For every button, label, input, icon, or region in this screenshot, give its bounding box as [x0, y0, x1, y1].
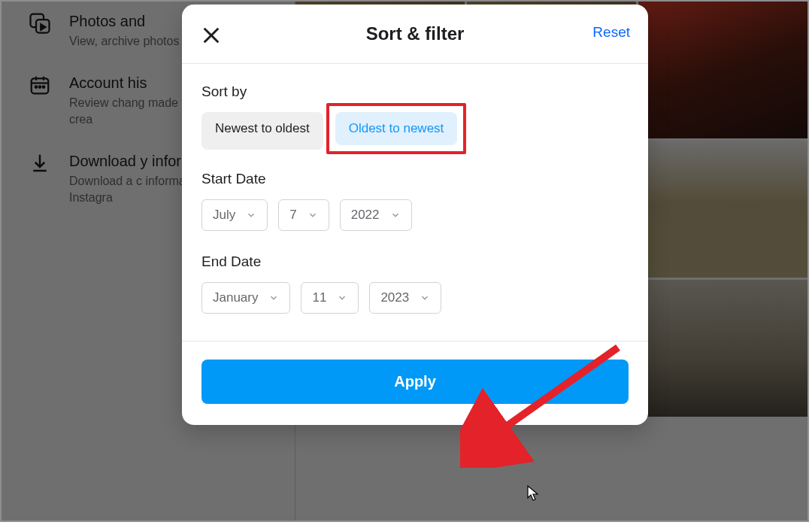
chevron-down-icon [246, 210, 256, 220]
sort-by-label: Sort by [201, 83, 629, 100]
end-year-select[interactable]: 2023 [369, 282, 441, 314]
start-day-value: 7 [289, 208, 296, 223]
end-day-select[interactable]: 11 [301, 282, 359, 314]
sort-newest-pill[interactable]: Newest to oldest [201, 112, 323, 150]
apply-button[interactable]: Apply [201, 360, 629, 404]
start-year-value: 2022 [351, 208, 380, 223]
sort-oldest-pill[interactable]: Oldest to newest [335, 112, 458, 145]
sort-filter-modal: Sort & filter Reset Sort by Newest to ol… [182, 5, 648, 425]
chevron-down-icon [420, 293, 430, 303]
close-button[interactable] [197, 21, 226, 50]
start-month-value: July [213, 208, 235, 223]
start-year-select[interactable]: 2022 [340, 199, 412, 231]
close-icon [201, 25, 222, 46]
modal-header: Sort & filter Reset [182, 5, 648, 64]
end-day-value: 11 [312, 290, 326, 305]
start-month-select[interactable]: July [201, 199, 268, 231]
chevron-down-icon [390, 210, 401, 220]
end-month-select[interactable]: January [201, 282, 290, 314]
modal-title: Sort & filter [366, 23, 465, 44]
start-day-select[interactable]: 7 [278, 199, 329, 231]
chevron-down-icon [308, 210, 318, 220]
chevron-down-icon [268, 293, 279, 303]
end-month-value: January [213, 290, 258, 305]
start-date-label: Start Date [201, 171, 629, 187]
chevron-down-icon [337, 293, 347, 303]
annotation-highlight-box: Oldest to newest [326, 103, 467, 154]
end-year-value: 2023 [380, 290, 409, 305]
end-date-label: End Date [201, 253, 629, 270]
reset-button[interactable]: Reset [592, 24, 630, 41]
